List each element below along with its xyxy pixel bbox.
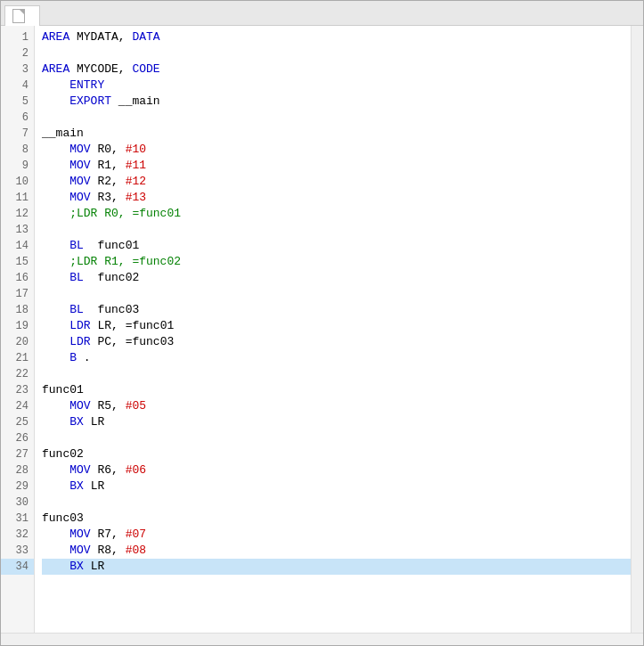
code-token: func03 [42, 511, 84, 525]
code-line: func02 [42, 446, 631, 462]
file-tab[interactable] [4, 5, 40, 26]
code-token: func01 [42, 383, 84, 397]
line-number: 21 [1, 350, 34, 366]
code-line: MOV R1, #11 [42, 158, 631, 174]
code-token: R5, [91, 399, 126, 413]
code-token: . [77, 351, 91, 364]
line-number: 2 [1, 45, 34, 61]
line-number: 34 [1, 559, 34, 575]
code-token: LDR [69, 319, 90, 332]
code-token: AREA [42, 30, 69, 44]
tab-bar [1, 1, 643, 26]
code-token [42, 78, 69, 92]
line-number: 10 [1, 174, 34, 190]
code-token: BL [69, 303, 84, 316]
code-token: PC, =func03 [91, 335, 175, 348]
code-token: #08 [126, 544, 146, 557]
code-token: MOV [69, 463, 90, 477]
line-number: 9 [1, 158, 34, 174]
code-line: MOV R6, #06 [42, 462, 631, 478]
code-token: LR [84, 560, 104, 573]
line-number: 4 [1, 78, 34, 94]
code-token: BX [69, 479, 84, 493]
code-token: ;LDR R1, =func02 [42, 255, 181, 268]
code-line [42, 110, 631, 126]
code-token [42, 175, 69, 188]
code-token: __main [42, 127, 84, 140]
horizontal-scrollbar[interactable] [1, 633, 643, 645]
code-line [42, 222, 631, 238]
code-token: R8, [91, 544, 126, 557]
code-token: MOV [69, 175, 90, 188]
editor-area: 1234567891011121314151617181920212223242… [1, 26, 643, 633]
line-number: 14 [1, 238, 34, 254]
code-line: BX LR [42, 414, 631, 430]
code-token: LR, =func01 [91, 319, 175, 332]
code-token: BX [69, 560, 84, 573]
line-number: 5 [1, 94, 34, 110]
code-token: MOV [69, 544, 90, 557]
code-token: #12 [126, 175, 146, 188]
code-token [42, 271, 69, 284]
code-token: R2, [91, 175, 126, 188]
line-number: 12 [1, 206, 34, 222]
line-number: 23 [1, 382, 34, 398]
code-token: __main [111, 94, 160, 108]
code-token: MOV [69, 399, 90, 413]
code-token: #05 [126, 399, 146, 413]
line-number: 25 [1, 414, 34, 430]
line-number: 18 [1, 302, 34, 318]
line-number: 30 [1, 495, 34, 511]
line-number: 28 [1, 462, 34, 478]
line-number: 3 [1, 61, 34, 78]
code-token: MOV [69, 143, 90, 156]
code-line: BL func01 [42, 238, 631, 254]
code-token [42, 159, 69, 172]
line-number: 27 [1, 446, 34, 462]
code-token: B [69, 351, 77, 364]
line-number: 33 [1, 543, 34, 559]
line-numbers: 1234567891011121314151617181920212223242… [1, 26, 35, 633]
code-token: MYCODE, [69, 62, 132, 76]
line-number: 17 [1, 286, 34, 302]
code-line: func01 [42, 382, 631, 398]
code-token: func02 [84, 271, 139, 284]
line-number: 29 [1, 478, 34, 495]
code-line: LDR PC, =func03 [42, 334, 631, 350]
code-token: func03 [84, 303, 139, 316]
code-line [42, 430, 631, 446]
code-line: MOV R5, #05 [42, 398, 631, 414]
line-number: 1 [1, 29, 34, 45]
file-tab-icon [12, 9, 25, 23]
code-token: func01 [84, 239, 139, 252]
code-token: BL [69, 239, 84, 252]
code-token: R7, [91, 527, 126, 541]
code-line [42, 45, 631, 61]
line-number: 32 [1, 527, 34, 543]
code-token: ;LDR R0, =func01 [42, 207, 181, 220]
code-token [42, 94, 69, 108]
line-number: 6 [1, 110, 34, 126]
code-token [42, 319, 69, 332]
line-number: 20 [1, 334, 34, 350]
vertical-scrollbar[interactable] [631, 26, 643, 633]
code-token: MYDATA, [69, 30, 132, 44]
code-line: EXPORT __main [42, 94, 631, 110]
code-token: LDR [69, 335, 90, 348]
line-number: 15 [1, 254, 34, 270]
line-number: 31 [1, 511, 34, 527]
line-number: 13 [1, 222, 34, 238]
code-token: #11 [126, 159, 146, 172]
code-token [42, 527, 69, 541]
line-number: 26 [1, 430, 34, 446]
code-token: R6, [91, 463, 126, 477]
code-content[interactable]: AREA MYDATA, DATA AREA MYCODE, CODE ENTR… [35, 26, 631, 633]
code-line: ENTRY [42, 78, 631, 94]
code-token [42, 143, 69, 156]
code-line: AREA MYCODE, CODE [42, 61, 631, 78]
line-number: 16 [1, 270, 34, 286]
code-line: MOV R2, #12 [42, 174, 631, 190]
code-token: func02 [42, 447, 84, 461]
code-token: BL [69, 271, 84, 284]
code-line: __main [42, 126, 631, 142]
